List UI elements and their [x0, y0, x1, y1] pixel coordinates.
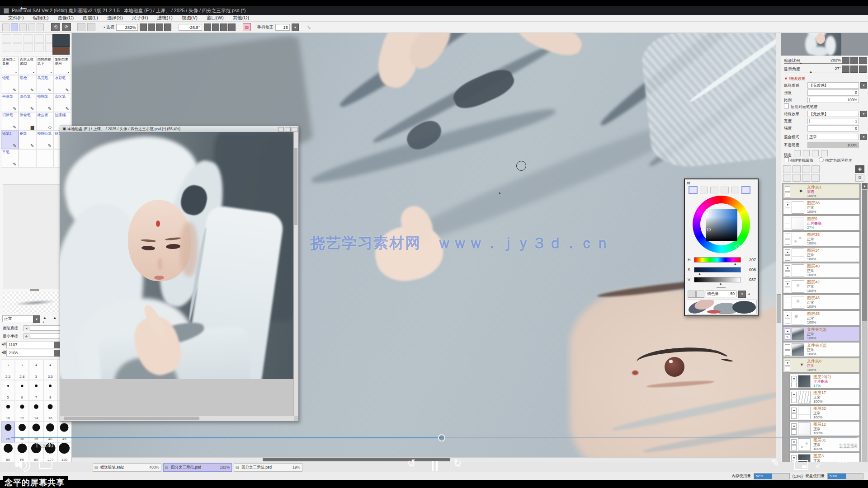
layer-row[interactable]: ● 图层32 正常 100%	[789, 405, 860, 420]
layer-row[interactable]: ● ✎ 文件夹7(3) 正常 100%	[783, 326, 860, 341]
brush-item[interactable]: 平笔 ✎	[1, 149, 19, 168]
lock-option-icon[interactable]	[803, 150, 810, 156]
rewind-10-button[interactable]: ↺10	[404, 458, 419, 472]
layer-clip-toggle[interactable]	[785, 366, 790, 371]
angle-control-button[interactable]	[212, 23, 219, 31]
layer-visibility-toggle[interactable]: ●	[791, 408, 797, 413]
tool-button[interactable]	[24, 34, 33, 43]
layer-visibility-toggle[interactable]: ●	[791, 392, 797, 397]
clipping-mask-checkbox[interactable]	[784, 157, 789, 162]
layer-visibility-toggle[interactable]: ●	[791, 423, 797, 429]
lock-option-icon[interactable]	[821, 150, 828, 156]
angle-control-button[interactable]	[220, 23, 227, 31]
layer-tool-button[interactable]	[793, 165, 801, 173]
saturation-value-square[interactable]	[706, 209, 737, 241]
layer-row[interactable]: ● 图层45 正常 100%	[783, 310, 860, 325]
zoom-value-field[interactable]: 282%	[116, 24, 138, 31]
tool-button[interactable]	[34, 34, 44, 43]
field-input[interactable]: 【无质感】	[807, 82, 859, 89]
dropdown-button[interactable]: ▾	[860, 134, 867, 140]
slash-tool-icon[interactable]: ＼	[307, 24, 311, 30]
menu-item[interactable]: 滤镜(T)	[152, 15, 177, 21]
zoom-slider-track[interactable]	[784, 63, 842, 64]
brush-item[interactable]: 橡皮擦 ◇	[36, 112, 54, 131]
brush-size-item[interactable]: 16	[43, 401, 57, 422]
layer-clip-toggle[interactable]	[785, 192, 790, 197]
layer-clip-toggle[interactable]	[791, 398, 797, 403]
menu-item[interactable]: 其他(O)	[228, 15, 254, 21]
open-document-tab[interactable]: ▤ 四分之三示范.psd 19%	[234, 463, 302, 472]
lock-option-icon[interactable]	[794, 150, 801, 156]
flip-button[interactable]: ▤	[243, 23, 251, 31]
angle-button[interactable]	[842, 66, 849, 73]
layer-clip-toggle[interactable]	[791, 382, 797, 387]
panel-menu-icon[interactable]: ▤	[687, 181, 690, 185]
layer-tool-button[interactable]	[783, 174, 791, 182]
brush-size-item[interactable]: 14	[29, 401, 43, 422]
layer-visibility-toggle[interactable]	[785, 234, 790, 239]
window-control-button[interactable]	[285, 127, 291, 132]
angle-slider-track[interactable]	[784, 72, 842, 72]
layer-visibility-toggle[interactable]: ●	[785, 313, 790, 318]
layer-clip-toggle[interactable]: ✎	[785, 334, 790, 340]
annotate-button[interactable]: ✎	[771, 457, 779, 469]
layer-visibility-toggle[interactable]: ●	[785, 360, 790, 366]
zoom-slider-marker[interactable]: ▲	[799, 61, 802, 65]
brush-size-item[interactable]: 120	[57, 442, 71, 463]
stabilizer-value-field[interactable]: 15	[275, 24, 290, 31]
dropdown-button[interactable]: ▾	[860, 111, 867, 117]
opacity-slider[interactable]: 100%	[807, 142, 859, 148]
scrollbar-thumb[interactable]	[263, 458, 450, 461]
floating-document-window[interactable]: ▣ 本地磁盘 (E:) / 上课、 / 2025 / 头像 / 四分之三示范.p…	[60, 126, 299, 422]
progress-knob[interactable]	[438, 434, 445, 441]
mix-swatch-2[interactable]	[696, 291, 704, 298]
layer-visibility-toggle[interactable]: ●	[791, 376, 797, 381]
menu-item[interactable]: 视图(V)	[177, 15, 202, 21]
color-scratchpad[interactable]	[687, 300, 757, 314]
undo-button[interactable]: ⟲	[51, 23, 60, 31]
angle-slider-marker[interactable]: ▲	[809, 70, 812, 73]
scrollbar-thumb[interactable]	[294, 148, 297, 225]
layer-visibility-toggle[interactable]	[785, 218, 790, 223]
tool-button[interactable]	[34, 43, 44, 52]
dropdown-button[interactable]: ▾	[860, 82, 867, 89]
color-mode-tab[interactable]	[700, 187, 708, 193]
brush-size-item[interactable]: 3	[29, 359, 43, 380]
expand-icon[interactable]: ▸	[2, 350, 4, 354]
effects-section-header[interactable]: ▼ 特殊效果	[784, 76, 805, 82]
layer-clip-toggle[interactable]	[785, 239, 790, 245]
layer-list-scrollbar[interactable]: ▲	[862, 183, 868, 480]
brush-size-item[interactable]: 7	[29, 380, 43, 401]
layer-tool-button[interactable]	[811, 165, 820, 173]
selection-source-radio[interactable]	[819, 157, 824, 162]
brush-size-item[interactable]: 2.5	[1, 359, 15, 380]
color-picker-panel[interactable]: ▤ H ▲ 207 S ▲ 008 V ▲	[684, 178, 759, 316]
field-input[interactable]: 0	[807, 89, 859, 96]
secondary-color-swatch[interactable]	[52, 47, 70, 55]
video-progress-bar[interactable]	[11, 437, 857, 439]
brush-item[interactable]: 通用自己 直刷 ▪	[1, 56, 19, 75]
layer-visibility-toggle[interactable]	[785, 297, 790, 302]
layer-row[interactable]: ● 图层20(2) 正片叠底 17%	[789, 374, 860, 389]
zoom-button[interactable]	[859, 57, 867, 64]
brush-item[interactable]: 涂金笔 ▆	[19, 112, 36, 131]
brush-size-item[interactable]: 40	[43, 422, 57, 442]
zoom-button[interactable]	[850, 57, 858, 64]
brush-item[interactable]: 混色笔 ✎	[19, 94, 36, 112]
menu-item[interactable]: 选择(S)	[103, 15, 127, 21]
slider-marker[interactable]: ▲	[698, 272, 701, 275]
scrollbar-thumb[interactable]	[862, 190, 867, 321]
layer-clip-toggle[interactable]	[785, 350, 790, 356]
brush-size-item[interactable]: 8	[43, 380, 57, 401]
layer-clip-toggle[interactable]	[785, 208, 790, 213]
brush-item[interactable]: 钢笔 ✎	[19, 131, 36, 149]
tool-button[interactable]	[2, 34, 11, 43]
tool-button[interactable]	[24, 43, 33, 52]
brush-item[interactable]: 模糊公笔 ✎	[36, 131, 54, 149]
brush-size-item[interactable]: 5	[1, 380, 15, 401]
color-mode-tab[interactable]	[741, 186, 750, 194]
brush-item[interactable]: 选区笔 ✎	[53, 94, 71, 112]
custom-value-field[interactable]: 1107	[6, 342, 54, 348]
scroll-up-button[interactable]: ▲	[862, 183, 868, 189]
layer-tool-button[interactable]	[793, 174, 801, 182]
